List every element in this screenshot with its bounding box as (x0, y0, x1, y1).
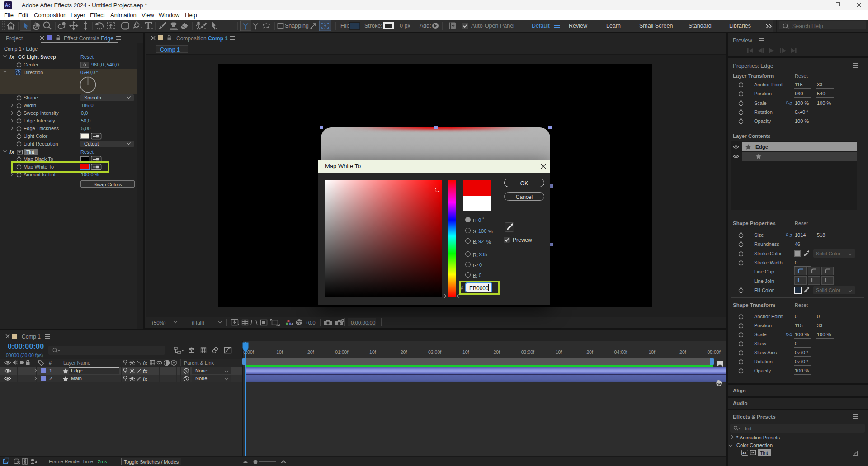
svg-text:fx: fx (143, 376, 148, 381)
svg-text:fx: fx (143, 368, 148, 374)
svg-text:fx: fx (143, 360, 148, 366)
